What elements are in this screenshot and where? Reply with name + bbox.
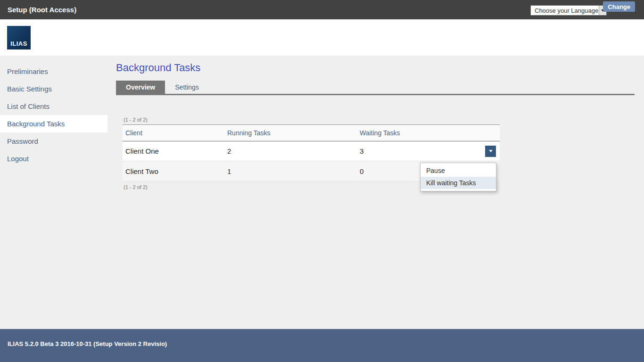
sidebar-item-logout[interactable]: Logout (0, 150, 107, 167)
page-title: Background Tasks (116, 62, 635, 74)
pagination-top: (1 - 2 of 2) (124, 117, 635, 123)
tab-bar: Overview Settings (116, 81, 635, 95)
ilias-logo: ILIAS (7, 26, 31, 49)
cell-waiting-tasks: 3 (357, 147, 481, 155)
sidebar-item-password[interactable]: Password (0, 132, 107, 150)
language-select-value: Choose your Language (531, 7, 599, 14)
cell-client-name: Client One (123, 147, 224, 155)
cell-running-tasks: 2 (224, 147, 357, 155)
sidebar: Preliminaries Basic Settings List of Cli… (0, 63, 107, 167)
tab-settings[interactable]: Settings (165, 81, 209, 94)
setup-page: Setup (Root Access) Choose your Language… (0, 0, 644, 362)
sidebar-item-preliminaries[interactable]: Preliminaries (0, 63, 107, 80)
row-actions-dropdown-button[interactable] (485, 146, 496, 157)
row-actions-menu: Pause Kill waiting Tasks (420, 163, 496, 191)
cell-running-tasks: 1 (224, 167, 357, 175)
table-row-client-one: Client One 2 3 (123, 141, 500, 161)
main-content: Background Tasks Overview Settings (1 - … (116, 62, 635, 190)
footer: ILIAS 5.2.0 Beta 3 2016-10-31 (Setup Ver… (0, 329, 644, 362)
tab-overview[interactable]: Overview (116, 81, 165, 94)
cell-client-name: Client Two (123, 167, 224, 175)
pagination-bottom: (1 - 2 of 2) (124, 184, 635, 190)
footer-version-text: ILIAS 5.2.0 Beta 3 2016-10-31 (Setup Ver… (8, 340, 167, 347)
sidebar-item-list-of-clients[interactable]: List of Clients (0, 98, 107, 115)
app-title: Setup (Root Access) (8, 6, 76, 14)
column-header-client: Client (123, 129, 224, 137)
caret-down-icon (489, 150, 493, 152)
menu-item-pause[interactable]: Pause (421, 165, 496, 177)
topbar: Setup (Root Access) Choose your Language… (0, 0, 644, 19)
sidebar-item-background-tasks[interactable]: Background Tasks (0, 115, 107, 132)
menu-item-kill-waiting-tasks[interactable]: Kill waiting Tasks (421, 177, 496, 189)
language-select[interactable]: Choose your Language (530, 5, 607, 16)
table-header-row: Client Running Tasks Waiting Tasks (123, 125, 500, 141)
column-header-waiting-tasks: Waiting Tasks (357, 129, 481, 137)
column-header-running-tasks: Running Tasks (224, 129, 357, 137)
ilias-logo-text: ILIAS (10, 40, 27, 47)
sidebar-item-basic-settings[interactable]: Basic Settings (0, 80, 107, 98)
change-language-button[interactable]: Change (603, 1, 635, 12)
header: ILIAS (0, 19, 644, 56)
